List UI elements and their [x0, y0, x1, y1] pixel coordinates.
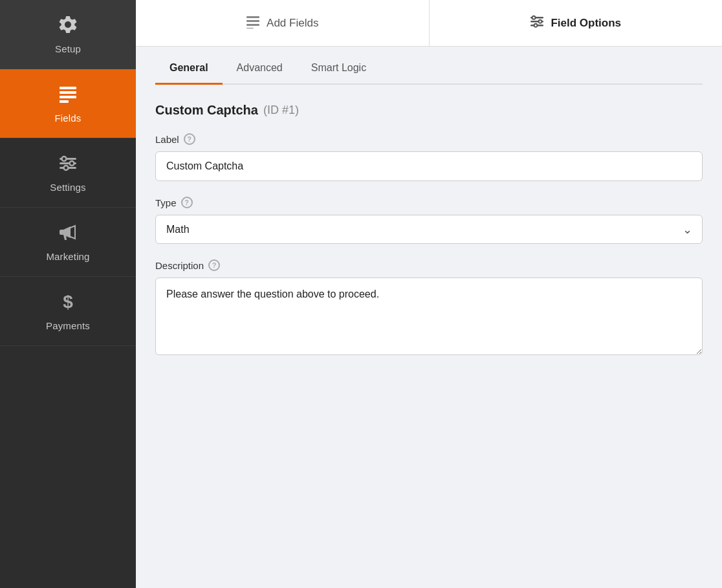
- sidebar-item-marketing[interactable]: Marketing: [0, 208, 136, 277]
- fields-icon: [58, 83, 78, 107]
- settings-icon: [58, 153, 78, 177]
- type-select-wrapper: Math Question & Answer Custom ⌄: [155, 215, 703, 244]
- label-row: Label ?: [155, 133, 703, 181]
- tab-advanced[interactable]: Advanced: [223, 52, 297, 85]
- content-area: General Advanced Smart Logic Custom Capt…: [136, 47, 722, 588]
- sidebar: Setup Fields Settings: [0, 0, 136, 588]
- sidebar-item-settings[interactable]: Settings: [0, 138, 136, 208]
- field-heading: Custom Captcha (ID #1): [155, 103, 703, 118]
- label-field-label: Label ?: [155, 133, 703, 145]
- svg-rect-14: [246, 28, 254, 28]
- svg-point-8: [70, 161, 74, 166]
- svg-point-18: [532, 16, 536, 19]
- description-textarea[interactable]: Please answer the question above to proc…: [155, 278, 703, 355]
- svg-rect-12: [246, 20, 259, 22]
- svg-rect-1: [60, 91, 76, 94]
- tab-general[interactable]: General: [155, 52, 223, 85]
- description-row: Description ? Please answer the question…: [155, 259, 703, 358]
- sidebar-item-marketing-label: Marketing: [46, 251, 89, 262]
- sidebar-item-fields[interactable]: Fields: [0, 69, 136, 138]
- type-select[interactable]: Math Question & Answer Custom: [155, 215, 703, 244]
- svg-point-19: [539, 20, 542, 23]
- svg-rect-11: [246, 16, 259, 18]
- svg-rect-3: [60, 100, 69, 103]
- field-tabs: General Advanced Smart Logic: [155, 52, 703, 85]
- add-fields-label: Add Fields: [267, 17, 318, 30]
- description-help-icon[interactable]: ?: [208, 259, 220, 271]
- add-fields-icon: [246, 14, 260, 32]
- sidebar-item-payments[interactable]: $ Payments: [0, 277, 136, 346]
- add-fields-section[interactable]: Add Fields: [136, 0, 430, 46]
- tab-smart-logic[interactable]: Smart Logic: [297, 52, 380, 85]
- description-field-label: Description ?: [155, 259, 703, 271]
- svg-rect-13: [246, 24, 259, 26]
- type-help-icon[interactable]: ?: [181, 197, 193, 208]
- field-id: (ID #1): [263, 103, 299, 117]
- field-options-label: Field Options: [551, 17, 621, 30]
- main-panel: Add Fields Field Options General: [136, 0, 722, 588]
- svg-text:$: $: [63, 292, 73, 312]
- type-row: Type ? Math Question & Answer Custom ⌄: [155, 197, 703, 244]
- label-input[interactable]: [155, 151, 703, 181]
- label-help-icon[interactable]: ?: [184, 133, 195, 145]
- payments-icon: $: [58, 291, 78, 315]
- svg-point-7: [62, 157, 67, 161]
- svg-point-20: [534, 24, 538, 27]
- sidebar-item-payments-label: Payments: [46, 320, 90, 331]
- sidebar-item-setup-label: Setup: [55, 43, 81, 54]
- gear-icon: [58, 14, 78, 38]
- field-title: Custom Captcha: [155, 103, 258, 118]
- sidebar-item-settings-label: Settings: [50, 182, 85, 193]
- svg-rect-0: [60, 87, 76, 89]
- field-options-icon: [530, 14, 544, 32]
- sidebar-item-fields-label: Fields: [55, 113, 82, 124]
- marketing-icon: [58, 222, 78, 246]
- svg-point-9: [64, 166, 69, 170]
- type-field-label: Type ?: [155, 197, 703, 208]
- sidebar-item-setup[interactable]: Setup: [0, 0, 136, 69]
- top-bar: Add Fields Field Options: [136, 0, 722, 47]
- svg-rect-2: [60, 96, 76, 98]
- field-options-section[interactable]: Field Options: [430, 0, 723, 46]
